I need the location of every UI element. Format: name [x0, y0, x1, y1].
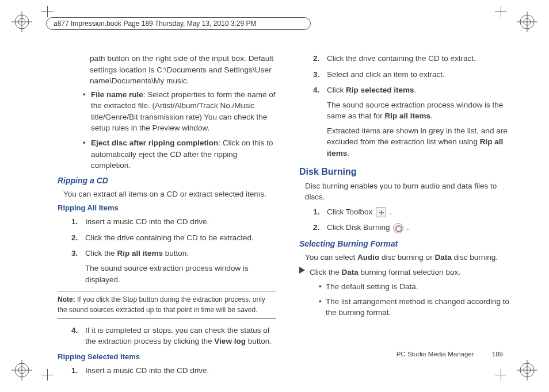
bullet-list: File name rule: Select properties to for… [83, 89, 276, 171]
crop-mark [493, 6, 510, 23]
step-number: 1. [71, 216, 85, 228]
bullet-item: Eject disc after ripping completion: Cli… [83, 137, 276, 171]
step-followup: Extracted items are shown in grey in the… [327, 125, 518, 159]
step-number: 2. [313, 53, 327, 64]
header-stamp: a877 Impression.book Page 189 Thursday, … [46, 17, 311, 30]
step-item: 3. Click the Rip all items button. The s… [71, 248, 276, 285]
note-label: Note: [58, 295, 75, 303]
steps-rip-selected-cont: 2. Click the drive containing the CD to … [313, 53, 518, 159]
step-text: If it is completed or stops, you can che… [85, 325, 276, 347]
sub-bullet: The default setting is Data. [319, 281, 518, 293]
step-text: Click Disk Burning . [327, 222, 518, 233]
step-item: 1. Click Toolbox . [313, 206, 518, 218]
step-item: 2. Click the drive containing the CD to … [313, 53, 518, 64]
step-followup: The sound source extraction process wind… [85, 263, 276, 285]
footer-title: PC Studio Media Manager [396, 351, 474, 358]
step-item: 1. Insert a music CD into the CD drive. [71, 365, 276, 376]
step-item: 4. Click Rip selected items. The sound s… [313, 84, 518, 159]
steps-rip-all: 1. Insert a music CD into the CD drive. … [71, 216, 276, 285]
step-number: 4. [313, 84, 327, 159]
format-sub-bullets: The default setting is Data. The list ar… [319, 281, 518, 318]
note-text: If you click the Stop button during the … [58, 295, 265, 313]
step-text: Insert a music CD into the CD drive. [85, 216, 276, 228]
header-stamp-text: a877 Impression.book Page 189 Thursday, … [54, 20, 256, 28]
heading-ripping-cd: Ripping a CD [58, 175, 276, 186]
step-number: 2. [313, 222, 327, 233]
page-footer: PC Studio Media Manager 189 [396, 351, 503, 358]
continued-paragraph: path button on the right side of the inp… [90, 53, 276, 87]
step-text: Click Toolbox . [327, 206, 518, 218]
ripping-cd-intro: You can extract all items on a CD or ext… [63, 189, 276, 200]
crop-mark [493, 369, 510, 386]
reg-mark-br [516, 359, 539, 382]
disk-burning-intro: Disc burning enables you to burn audio a… [305, 180, 518, 203]
step-text: Click the Rip all items button. The soun… [85, 248, 276, 285]
sub-bullet: The list arrangement method is changed a… [319, 296, 518, 318]
step-item: 2. Click Disk Burning . [313, 222, 518, 233]
step-text: Select and click an item to extract. [327, 69, 518, 80]
step-text: Insert a music CD into the CD drive. [85, 365, 276, 376]
step-number: 3. [71, 248, 85, 285]
step-item: 1. Insert a music CD into the CD drive. [71, 216, 276, 228]
step-number: 1. [313, 206, 327, 218]
crop-mark [39, 369, 56, 386]
step-number: 4. [71, 325, 85, 347]
step-number: 3. [313, 69, 327, 80]
steps-rip-all-cont: 4. If it is completed or stops, you can … [71, 325, 276, 347]
svg-marker-16 [299, 267, 305, 274]
toolbox-icon [376, 207, 386, 217]
page-number: 189 [492, 351, 503, 358]
step-item: 2. Click the drive containing the CD to … [71, 232, 276, 244]
step-text: Click the drive containing the CD to be … [85, 232, 276, 244]
note-box: Note: If you click the Stop button durin… [58, 291, 276, 319]
step-text: Click the drive containing the CD to ext… [327, 53, 518, 64]
steps-disk-burning: 1. Click Toolbox . 2. Click Disk Burning… [313, 206, 518, 233]
heading-ripping-selected: Ripping Selected Items [58, 352, 276, 363]
step-text: Click Rip selected items. The sound sour… [327, 84, 518, 159]
step-followup: The sound source extraction process wind… [327, 99, 518, 122]
triangle-bullet-icon [299, 267, 305, 278]
step-number: 1. [71, 365, 85, 376]
reg-mark-tr [516, 10, 539, 33]
step-item: 4. If it is completed or stops, you can … [71, 325, 276, 347]
left-column: path button on the right side of the inp… [58, 53, 276, 363]
disk-burning-icon [393, 223, 403, 233]
bullet-term: File name rule [91, 90, 143, 99]
step-item: 3. Select and click an item to extract. [313, 69, 518, 80]
heading-selecting-format: Selecting Burning Format [299, 238, 518, 249]
reg-mark-tl [10, 10, 33, 33]
steps-rip-selected: 1. Insert a music CD into the CD drive. [71, 365, 276, 376]
reg-mark-bl [10, 359, 33, 382]
arrow-step-text: Click the Data burning format selection … [310, 267, 460, 278]
step-number: 2. [71, 232, 85, 244]
content-columns: path button on the right side of the inp… [58, 53, 518, 363]
bullet-term: Eject disc after ripping completion [91, 139, 218, 147]
format-intro: You can select Audio disc burning or Dat… [305, 252, 518, 263]
heading-disk-burning: Disk Burning [299, 165, 518, 178]
arrow-step: Click the Data burning format selection … [299, 267, 518, 278]
right-column: 2. Click the drive containing the CD to … [299, 53, 518, 363]
bullet-item: File name rule: Select properties to for… [83, 89, 276, 134]
heading-ripping-all: Ripping All Items [58, 203, 276, 214]
